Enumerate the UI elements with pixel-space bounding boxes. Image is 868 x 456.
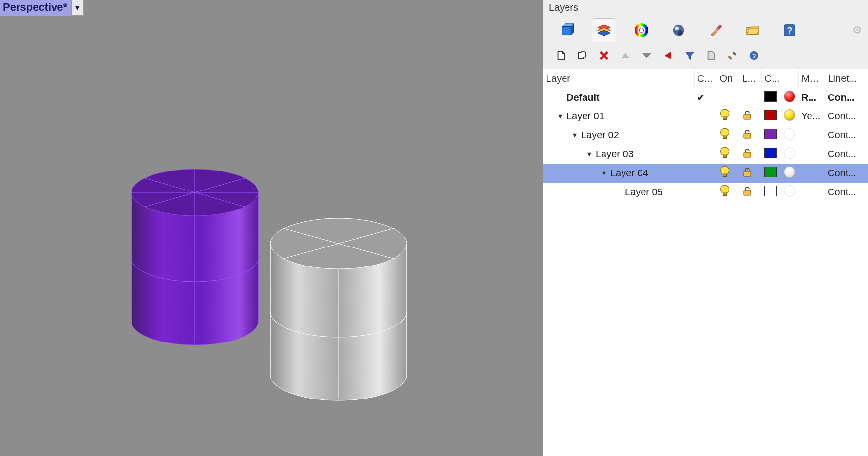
move-left-icon[interactable]	[660, 47, 677, 64]
col-on[interactable]: On	[717, 69, 739, 88]
visibility-cell[interactable]	[717, 145, 739, 164]
layer-row[interactable]: ▾Layer 03Cont...	[543, 145, 868, 164]
layer-name[interactable]: Layer 01	[566, 111, 604, 122]
move-down-icon[interactable]	[639, 47, 655, 64]
svg-point-24	[675, 26, 679, 30]
col-material[interactable]: Mate...	[798, 69, 825, 88]
layer-row[interactable]: Layer 05Cont...	[543, 183, 868, 202]
visibility-cell[interactable]	[717, 107, 739, 126]
layer-name[interactable]: Layer 03	[596, 149, 634, 160]
linetype-cell[interactable]: Cont...	[825, 164, 868, 183]
expand-toggle[interactable]: ▾	[600, 169, 608, 178]
material-cell[interactable]	[798, 164, 825, 183]
svg-rect-42	[744, 152, 751, 157]
col-layer[interactable]: Layer	[543, 69, 694, 88]
visibility-cell[interactable]	[717, 164, 739, 183]
material-swatch[interactable]	[781, 88, 798, 107]
tab-box-icon[interactable]	[555, 19, 578, 42]
svg-rect-43	[723, 174, 727, 176]
lock-cell[interactable]	[739, 126, 761, 145]
current-cell[interactable]	[694, 145, 717, 164]
panel-tabs: ? ⚙	[543, 13, 868, 42]
lock-icon	[742, 169, 753, 179]
material-swatch[interactable]	[781, 126, 798, 145]
current-cell[interactable]	[694, 107, 717, 126]
linetype-cell[interactable]: Cont...	[825, 107, 868, 126]
expand-toggle[interactable]: ▾	[556, 112, 565, 121]
tab-help-icon[interactable]: ?	[778, 19, 801, 42]
color-swatch[interactable]	[761, 183, 781, 202]
material-swatch[interactable]	[781, 183, 798, 202]
tab-brush-icon[interactable]	[704, 19, 727, 42]
current-cell[interactable]	[694, 164, 717, 183]
expand-toggle[interactable]: ▾	[570, 131, 579, 140]
material-cell[interactable]	[798, 145, 825, 164]
visibility-cell[interactable]	[717, 126, 739, 145]
col-linetype[interactable]: Linet...	[825, 69, 868, 88]
visibility-cell[interactable]	[717, 88, 739, 107]
toolbar-help-icon[interactable]: ?	[746, 47, 762, 64]
lock-icon	[742, 112, 753, 122]
material-swatch[interactable]	[781, 107, 798, 126]
material-swatch[interactable]	[781, 164, 798, 183]
linetype-cell[interactable]: Cont...	[825, 145, 868, 164]
lock-cell[interactable]	[739, 107, 761, 126]
lock-cell[interactable]	[739, 145, 761, 164]
copy-layer-icon[interactable]	[574, 47, 591, 64]
layer-name[interactable]: Default	[566, 92, 600, 103]
panel-settings-gear-icon[interactable]: ⚙	[852, 24, 862, 37]
col-current[interactable]: C...	[694, 69, 717, 88]
material-cell[interactable]: R...	[798, 88, 825, 107]
material-cell[interactable]: Ye...	[798, 107, 825, 126]
current-cell[interactable]	[694, 126, 717, 145]
visibility-cell[interactable]	[717, 183, 739, 202]
bulb-icon	[719, 170, 730, 180]
delete-layer-icon[interactable]	[596, 47, 612, 64]
tab-folder-icon[interactable]	[741, 19, 764, 42]
filter-icon[interactable]	[681, 47, 698, 64]
layer-name[interactable]: Layer 04	[610, 168, 648, 179]
current-cell[interactable]: ✔	[694, 88, 717, 107]
linetype-cell[interactable]: Cont...	[825, 183, 868, 202]
tab-material-icon[interactable]	[667, 19, 690, 42]
hammer-icon[interactable]	[724, 47, 741, 64]
svg-rect-40	[744, 133, 751, 138]
table-header-row: Layer C... On L... C... Mate... Linet...	[543, 69, 868, 88]
layer-row[interactable]: Default✔R...Con...	[543, 88, 868, 107]
svg-rect-38	[744, 114, 751, 119]
color-swatch[interactable]	[761, 164, 781, 183]
viewport[interactable]: Perspective* ▼	[0, 0, 543, 456]
bulb-icon	[719, 151, 730, 161]
linetype-cell[interactable]: Cont...	[825, 126, 868, 145]
col-lock[interactable]: L...	[739, 69, 761, 88]
new-layer-icon[interactable]	[553, 47, 569, 64]
svg-marker-31	[642, 53, 651, 58]
svg-rect-46	[744, 190, 751, 195]
lock-cell[interactable]	[739, 183, 761, 202]
svg-marker-33	[686, 52, 694, 60]
lock-cell[interactable]	[739, 164, 761, 183]
layer-name[interactable]: Layer 05	[625, 187, 663, 198]
color-swatch[interactable]	[761, 145, 781, 164]
tab-layers-icon[interactable]	[592, 18, 616, 42]
tab-color-wheel-icon[interactable]	[630, 19, 653, 42]
col-color[interactable]: C...	[761, 69, 798, 88]
layer-row[interactable]: ▾Layer 04Cont...	[543, 164, 868, 183]
material-swatch[interactable]	[781, 145, 798, 164]
layer-row[interactable]: ▾Layer 01Ye...Cont...	[543, 107, 868, 126]
color-swatch[interactable]	[761, 88, 781, 107]
current-cell[interactable]	[694, 183, 717, 202]
color-swatch[interactable]	[761, 107, 781, 126]
layer-name[interactable]: Layer 02	[581, 130, 619, 141]
expand-toggle[interactable]: ▾	[585, 150, 594, 159]
material-cell[interactable]	[798, 183, 825, 202]
page-icon[interactable]	[703, 47, 719, 64]
lock-icon	[742, 188, 753, 198]
move-up-icon[interactable]	[617, 47, 634, 64]
material-cell[interactable]	[798, 126, 825, 145]
layer-row[interactable]: ▾Layer 02Cont...	[543, 126, 868, 145]
svg-text:?: ?	[787, 25, 792, 35]
linetype-cell[interactable]: Con...	[825, 88, 868, 107]
lock-cell[interactable]	[739, 88, 761, 107]
color-swatch[interactable]	[761, 126, 781, 145]
